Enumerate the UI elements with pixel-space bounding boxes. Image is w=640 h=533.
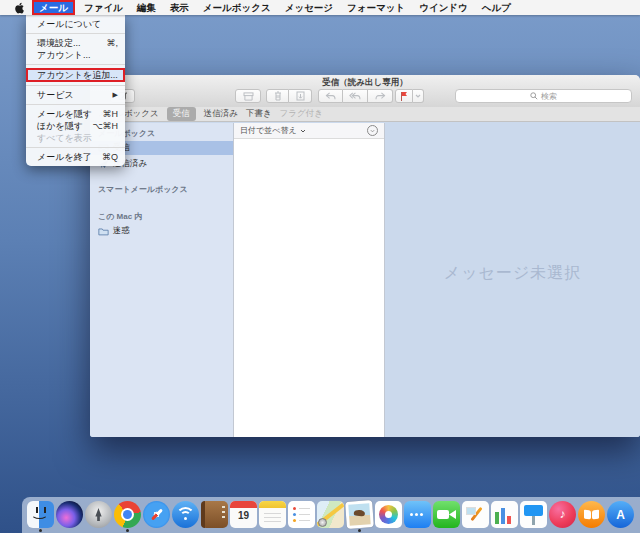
trash-button[interactable] [266, 89, 289, 103]
junk-button[interactable] [289, 89, 312, 103]
flag-button[interactable] [395, 89, 413, 103]
favorites-tab-sent[interactable]: 送信済み [204, 108, 238, 120]
filter-toggle-button[interactable] [367, 125, 378, 136]
reminders-icon [288, 501, 315, 528]
window-titlebar[interactable]: 受信（読み出し専用） [90, 75, 640, 108]
favorites-bar: メールボックス 受信 送信済み 下書き フラグ付き [90, 107, 640, 122]
calendar-icon: 19 [230, 501, 257, 528]
junk-icon [296, 91, 305, 101]
app-store-glyph: A [607, 508, 634, 522]
forward-button[interactable] [368, 89, 393, 103]
music-note-glyph: ♪ [549, 507, 576, 521]
messages-icon [404, 501, 431, 528]
menu-item-shortcut: ⌘Q [102, 151, 118, 163]
dock-icon-calendar[interactable]: 19 [229, 501, 258, 528]
menubar-item-window[interactable]: ウインドウ [412, 0, 475, 15]
menu-item-label: アカウントを追加... [37, 70, 118, 80]
sort-label: 日付で並べ替え [240, 125, 297, 136]
maps-icon [317, 501, 344, 528]
reply-icon [325, 92, 336, 101]
app-store-icon: A [607, 501, 634, 528]
menu-item-label: アカウント... [37, 49, 91, 61]
chevron-down-icon [370, 129, 375, 133]
dock-icon-reminders[interactable] [287, 501, 316, 528]
menu-item-preferences[interactable]: 環境設定... ⌘, [26, 37, 125, 49]
menubar-item-message[interactable]: メッセージ [278, 0, 340, 15]
dock-icon-notes[interactable] [258, 501, 287, 528]
menu-item-quit-mail[interactable]: メールを終了 ⌘Q [26, 151, 125, 163]
dock-icon-keynote[interactable] [519, 501, 548, 528]
safari-icon [143, 501, 170, 528]
sidebar-item-label: 迷惑 [113, 225, 130, 237]
menubar-item-help[interactable]: ヘルプ [475, 0, 518, 15]
delete-junk-group [266, 89, 312, 103]
dock-icon-itunes[interactable]: ♪ [548, 501, 577, 528]
dock-icon-numbers[interactable] [490, 501, 519, 528]
menubar-item-view[interactable]: 表示 [163, 0, 196, 15]
dock-icon-messages[interactable] [403, 501, 432, 528]
dock-icon-app-store[interactable]: A [606, 501, 635, 528]
dock-icon-ibooks[interactable] [577, 501, 606, 528]
folder-icon [98, 227, 109, 236]
menubar-item-file[interactable]: ファイル [77, 0, 130, 15]
menu-item-shortcut: ⌘, [106, 37, 118, 49]
menu-item-show-all: すべてを表示 [26, 132, 125, 144]
menubar-item-format[interactable]: フォーマット [340, 0, 412, 15]
menu-item-shortcut: ⌥⌘H [92, 120, 118, 132]
flag-menu-button[interactable] [413, 89, 424, 103]
pages-icon [462, 501, 489, 528]
menu-item-services[interactable]: サービス ▶ [26, 89, 125, 101]
launchpad-icon [85, 501, 112, 528]
preview-icon [345, 500, 374, 529]
archive-button[interactable] [235, 89, 261, 103]
dock-icon-pages[interactable] [461, 501, 490, 528]
message-list-header: 日付で並べ替え [234, 123, 384, 139]
dock-icon-chrome[interactable] [113, 501, 142, 532]
reply-button[interactable] [318, 89, 343, 103]
menu-item-hide-mail[interactable]: メールを隠す ⌘H [26, 108, 125, 120]
favorites-tab-flagged[interactable]: フラグ付き [280, 108, 323, 120]
menu-item-add-account[interactable]: アカウントを追加... [26, 68, 125, 82]
notes-icon [259, 501, 286, 528]
menubar-item-mail[interactable]: メール [32, 0, 75, 15]
search-input[interactable]: 検索 [455, 89, 632, 103]
menu-item-about-mail[interactable]: メールについて [26, 18, 125, 30]
reply-all-icon [349, 92, 361, 101]
menu-separator [26, 85, 125, 86]
window-title: 受信（読み出し専用） [90, 77, 640, 89]
menu-item-shortcut: ⌘H [103, 108, 119, 120]
menu-item-accounts[interactable]: アカウント... [26, 49, 125, 61]
dock-icon-safari[interactable] [142, 501, 171, 528]
dock-icon-finder[interactable] [26, 501, 55, 532]
apple-menu-icon[interactable] [8, 2, 30, 14]
favorites-tab-inbox[interactable]: 受信 [167, 107, 196, 121]
dock-icon-contacts[interactable] [200, 501, 229, 528]
calendar-day-number: 19 [230, 510, 257, 521]
dock-icon-preview[interactable] [345, 501, 374, 532]
dock-icon-launchpad[interactable] [84, 501, 113, 528]
menubar-item-mailbox[interactable]: メールボックス [196, 0, 278, 15]
message-list: 日付で並べ替え [233, 123, 385, 437]
submenu-arrow-icon: ▶ [113, 89, 118, 101]
dock-icon-maps[interactable] [316, 501, 345, 528]
sort-by-date-control[interactable]: 日付で並べ替え [240, 125, 306, 136]
menu-item-hide-others[interactable]: ほかを隠す ⌥⌘H [26, 120, 125, 132]
message-viewer-pane: メッセージ未選択 [385, 123, 640, 437]
dock-icon-airport-utility[interactable] [171, 501, 200, 528]
menu-bar: メール ファイル 編集 表示 メールボックス メッセージ フォーマット ウインド… [0, 0, 640, 15]
favorites-tab-drafts[interactable]: 下書き [246, 108, 272, 120]
dock-icon-siri[interactable] [55, 501, 84, 528]
sidebar-header-smart-mailboxes: スマートメールボックス [90, 179, 233, 197]
menubar-item-edit[interactable]: 編集 [130, 0, 163, 15]
no-message-selected-text: メッセージ未選択 [444, 263, 582, 284]
siri-icon [56, 501, 83, 528]
numbers-icon [491, 501, 518, 528]
archive-icon [243, 92, 254, 101]
mail-window: 受信（読み出し専用） [90, 75, 640, 437]
sidebar-item-junk[interactable]: 迷惑 [90, 224, 233, 238]
menu-item-label: ほかを隠す [37, 120, 83, 132]
dock-icon-photos[interactable] [374, 501, 403, 528]
chrome-icon [114, 501, 141, 528]
reply-all-button[interactable] [343, 89, 368, 103]
dock-icon-facetime[interactable] [432, 501, 461, 528]
